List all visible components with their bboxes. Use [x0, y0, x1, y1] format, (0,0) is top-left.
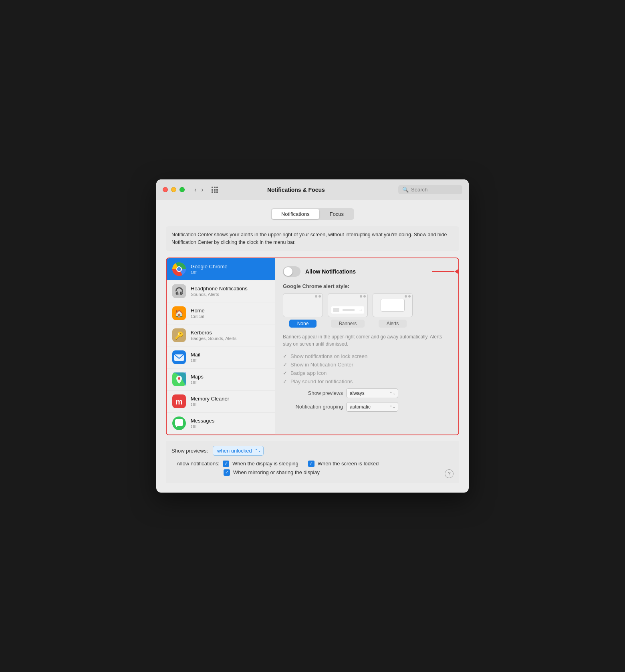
notif-grouping-select[interactable]: automatic by app off [346, 402, 398, 412]
checkbox-lock-screen: ✓ Show notifications on lock screen [283, 353, 450, 359]
maps-icon [172, 372, 186, 386]
checkbox-label: Play sound for notifications [290, 378, 353, 384]
checkbox-badge-icon: ✓ Badge app icon [283, 370, 450, 376]
bottom-section: Show previews: when unlocked always neve… [166, 441, 459, 483]
toggle-knob [284, 267, 292, 276]
check-mirroring-label: When mirroring or sharing the display [233, 469, 320, 475]
list-item[interactable]: 🏠 Home Critical [167, 302, 275, 324]
list-item[interactable]: Maps Off [167, 368, 275, 390]
list-item[interactable]: Mail Off [167, 346, 275, 368]
tab-notifications[interactable]: Notifications [272, 209, 319, 219]
list-item[interactable]: 🎧 Headphone Notifications Sounds, Alerts [167, 280, 275, 302]
checkbox-label: Badge app icon [290, 370, 327, 376]
app-name: Headphone Notifications [191, 286, 248, 292]
main-panel: Google Chrome Off 🎧 Headphone Notificati… [166, 258, 459, 435]
notif-grouping-label: Notification grouping [283, 404, 343, 410]
checkmark-icon: ✓ [283, 378, 287, 384]
window-title: Notifications & Focus [199, 187, 393, 193]
headphone-icon: 🎧 [172, 284, 186, 298]
check-mirroring[interactable]: ✓ [224, 469, 230, 476]
app-sub: Sounds, Alerts [191, 292, 248, 297]
checkbox-notif-center: ✓ Show in Notification Center [283, 362, 450, 368]
tab-focus[interactable]: Focus [320, 209, 353, 219]
help-button[interactable]: ? [445, 469, 454, 478]
svg-point-2 [177, 267, 181, 271]
svg-text:🏠: 🏠 [175, 309, 184, 318]
checkbox-play-sound: ✓ Play sound for notifications [283, 378, 450, 384]
none-preview [283, 293, 323, 317]
checkmark-icon: ✓ [283, 353, 287, 359]
show-previews-bottom-row: Show previews: when unlocked always neve… [171, 446, 445, 456]
style-option-banners[interactable]: → Banners [328, 293, 368, 328]
checkmark-icon: ✓ [283, 370, 287, 376]
show-previews-select[interactable]: always when unlocked never [346, 388, 398, 398]
check-display-sleeping-label: When the display is sleeping [232, 461, 298, 467]
show-previews-label: Show previews [283, 390, 343, 396]
allow-notifications-row: Allow Notifications [283, 266, 450, 277]
tabs-row: Notifications Focus [166, 208, 459, 220]
svg-text:🎧: 🎧 [175, 287, 184, 296]
when-unlocked-select[interactable]: when unlocked always never [213, 446, 264, 456]
app-sub: Off [191, 424, 214, 429]
allow-notifications-label: Allow Notifications [305, 268, 356, 275]
svg-point-12 [178, 377, 180, 380]
minimize-button[interactable] [171, 187, 176, 192]
close-button[interactable] [163, 187, 168, 192]
allow-notif-label: Allow notifications: [171, 461, 220, 467]
back-button[interactable]: ‹ [193, 185, 198, 194]
svg-text:🔑: 🔑 [175, 331, 184, 340]
mail-icon [172, 350, 186, 364]
banner-description: Banners appear in the upper-right corner… [283, 333, 450, 348]
search-icon: 🔍 [402, 187, 409, 193]
right-panel: Allow Notifications Google Chrome alert … [275, 258, 458, 435]
traffic-lights [163, 187, 185, 192]
checkmark-icon: ✓ [283, 362, 287, 368]
tabs-container: Notifications Focus [271, 208, 354, 220]
when-unlocked-wrapper[interactable]: when unlocked always never [213, 446, 264, 456]
checkbox-label: Show in Notification Center [290, 362, 353, 368]
list-item[interactable]: m Memory Cleaner Off [167, 390, 275, 412]
show-previews-row: Show previews always when unlocked never [283, 388, 450, 398]
alerts-button[interactable]: Alerts [379, 320, 407, 328]
app-sub: Badges, Sounds, Alerts [191, 336, 236, 341]
bottom-row: Show previews: when unlocked always neve… [171, 446, 454, 478]
banners-button[interactable]: Banners [331, 320, 365, 328]
bottom-checks: Show previews: when unlocked always neve… [171, 446, 445, 478]
allow-notifications-toggle[interactable] [283, 266, 300, 277]
home-icon: 🏠 [172, 306, 186, 320]
style-options: None → [283, 293, 450, 328]
check-screen-locked-label: When the screen is locked [318, 461, 379, 467]
search-bar[interactable]: 🔍 [398, 185, 462, 194]
content: Notifications Focus Notification Center … [156, 200, 469, 493]
app-name: Memory Cleaner [191, 396, 229, 402]
notification-grouping-row: Notification grouping automatic by app o… [283, 402, 450, 412]
checkbox-label: Show notifications on lock screen [290, 353, 367, 359]
list-item[interactable]: 🔑 Kerberos Badges, Sounds, Alerts [167, 324, 275, 346]
app-sub: Off [191, 270, 228, 275]
show-previews-wrapper[interactable]: always when unlocked never [346, 388, 398, 398]
mirroring-row: ✓ When mirroring or sharing the display [224, 469, 445, 476]
list-item[interactable]: Google Chrome Off [167, 258, 275, 280]
svg-text:m: m [175, 397, 183, 406]
red-arrow [432, 269, 458, 274]
chrome-icon [172, 262, 186, 276]
app-sub: Off [191, 402, 229, 407]
app-name: Home [191, 308, 205, 314]
allow-notif-checks-header: Allow notifications: ✓ When the display … [171, 461, 445, 467]
style-option-alerts[interactable]: Alerts [373, 293, 413, 328]
memorycleaner-icon: m [172, 394, 186, 408]
app-list[interactable]: Google Chrome Off 🎧 Headphone Notificati… [167, 258, 275, 435]
show-previews-bottom-label: Show previews: [171, 448, 208, 454]
notif-grouping-wrapper[interactable]: automatic by app off [346, 402, 398, 412]
check-display-sleeping[interactable]: ✓ [223, 461, 229, 467]
search-input[interactable] [411, 187, 458, 193]
none-button[interactable]: None [289, 320, 317, 328]
app-sub: Off [191, 380, 204, 385]
list-item[interactable]: Messages Off [167, 412, 275, 435]
app-name: Google Chrome [191, 264, 228, 270]
maximize-button[interactable] [179, 187, 185, 192]
banners-preview: → [328, 293, 368, 317]
alerts-preview [373, 293, 413, 317]
check-screen-locked[interactable]: ✓ [308, 461, 315, 467]
style-option-none[interactable]: None [283, 293, 323, 328]
